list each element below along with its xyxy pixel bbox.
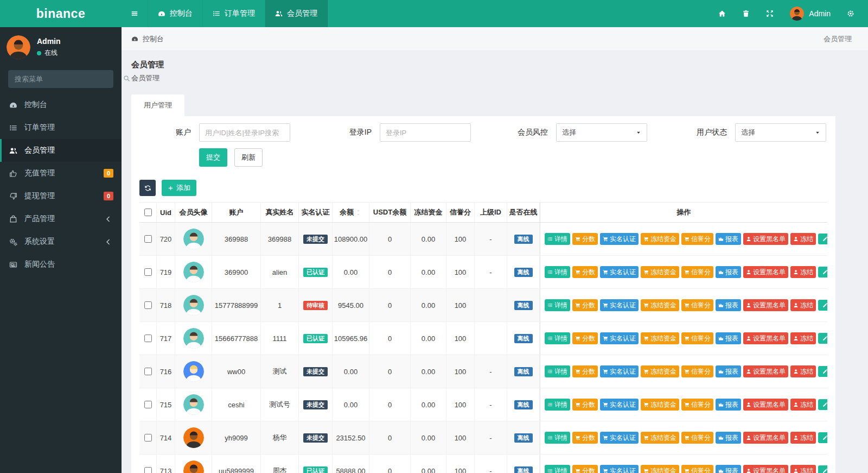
action-detail-button[interactable]: 详情 (545, 465, 570, 473)
row-checkbox[interactable] (144, 401, 152, 408)
action-report-button[interactable]: 报表 (716, 332, 741, 344)
action-blacklist-button[interactable]: 设置黑名单 (743, 332, 788, 344)
action-score-button[interactable]: 分数 (572, 432, 598, 444)
sidebar-toggle-button[interactable] (122, 0, 148, 27)
action-freeze-funds-button[interactable]: 冻结资金 (641, 465, 679, 473)
action-detail-button[interactable]: 详情 (545, 365, 570, 377)
action-credit-score-button[interactable]: 信誉分 (681, 432, 713, 444)
action-realname-auth-button[interactable]: 实名认证 (600, 332, 639, 344)
member-avatar[interactable] (183, 394, 204, 415)
action-realname-auth-button[interactable]: 实名认证 (600, 233, 639, 245)
user-menu[interactable]: Admin (782, 0, 839, 27)
action-report-button[interactable]: 报表 (716, 299, 741, 311)
action-realname-auth-button[interactable]: 实名认证 (600, 465, 639, 473)
risk-select[interactable]: 选择 (556, 123, 647, 142)
row-checkbox[interactable] (144, 368, 152, 375)
nav-tab-members[interactable]: 会员管理 (265, 0, 328, 27)
clear-cache-button[interactable] (734, 0, 758, 27)
sidebar-item-products[interactable]: 产品管理 (0, 207, 122, 230)
action-freeze-button[interactable]: 冻结 (790, 465, 816, 473)
row-checkbox[interactable] (144, 301, 152, 309)
action-score-button[interactable]: 分数 (572, 233, 598, 245)
action-blacklist-button[interactable]: 设置黑名单 (743, 465, 788, 473)
brand-logo[interactable]: binance (0, 0, 122, 27)
action-edit-button[interactable] (818, 432, 827, 443)
action-blacklist-button[interactable]: 设置黑名单 (743, 266, 788, 278)
select-all-checkbox[interactable] (144, 209, 152, 216)
action-freeze-button[interactable]: 冻结 (790, 365, 816, 377)
row-checkbox[interactable] (144, 434, 152, 442)
sidebar-item-withdraw[interactable]: 提现管理 0 (0, 185, 122, 207)
sidebar-item-orders[interactable]: 订单管理 (0, 116, 122, 139)
action-blacklist-button[interactable]: 设置黑名单 (743, 233, 788, 245)
action-credit-score-button[interactable]: 信誉分 (681, 299, 713, 311)
menu-search-button[interactable] (117, 70, 137, 88)
nav-tab-console[interactable]: 控制台 (148, 0, 203, 27)
action-edit-button[interactable] (818, 300, 827, 311)
action-freeze-button[interactable]: 冻结 (790, 299, 816, 311)
sidebar-item-settings[interactable]: 系统设置 (0, 230, 122, 253)
sidebar-item-members[interactable]: 会员管理 (0, 139, 122, 162)
action-freeze-button[interactable]: 冻结 (790, 399, 816, 411)
member-avatar[interactable] (183, 229, 204, 249)
action-freeze-funds-button[interactable]: 冻结资金 (641, 365, 679, 377)
action-blacklist-button[interactable]: 设置黑名单 (743, 365, 788, 377)
action-freeze-button[interactable]: 冻结 (790, 332, 816, 344)
action-realname-auth-button[interactable]: 实名认证 (600, 266, 639, 278)
home-button[interactable] (710, 0, 734, 27)
action-edit-button[interactable] (818, 399, 827, 410)
action-score-button[interactable]: 分数 (572, 266, 598, 278)
action-detail-button[interactable]: 详情 (545, 399, 570, 411)
login-ip-input[interactable] (380, 123, 471, 142)
action-blacklist-button[interactable]: 设置黑名单 (743, 399, 788, 411)
sidebar-item-recharge[interactable]: 充值管理 0 (0, 162, 122, 185)
row-checkbox[interactable] (144, 335, 152, 342)
submit-button[interactable]: 提交 (199, 148, 227, 167)
breadcrumb-console[interactable]: 控制台 (143, 34, 164, 44)
action-blacklist-button[interactable]: 设置黑名单 (743, 432, 788, 444)
action-realname-auth-button[interactable]: 实名认证 (600, 365, 639, 377)
reload-table-button[interactable] (139, 180, 156, 196)
nav-tab-orders[interactable]: 订单管理 (203, 0, 265, 27)
action-score-button[interactable]: 分数 (572, 465, 598, 473)
action-credit-score-button[interactable]: 信誉分 (681, 266, 713, 278)
action-report-button[interactable]: 报表 (716, 432, 741, 444)
member-avatar[interactable] (183, 427, 204, 448)
action-score-button[interactable]: 分数 (572, 399, 598, 411)
column-header-6[interactable]: 余额 (333, 203, 369, 222)
action-freeze-button[interactable]: 冻结 (790, 432, 816, 444)
sort-icon[interactable] (355, 209, 362, 216)
settings-button[interactable] (839, 0, 863, 27)
action-report-button[interactable]: 报表 (716, 233, 741, 245)
action-realname-auth-button[interactable]: 实名认证 (600, 399, 639, 411)
action-detail-button[interactable]: 详情 (545, 266, 570, 278)
member-avatar[interactable] (183, 295, 204, 316)
member-avatar[interactable] (183, 461, 204, 473)
action-freeze-funds-button[interactable]: 冻结资金 (641, 399, 679, 411)
menu-search-input[interactable] (8, 70, 117, 88)
action-freeze-funds-button[interactable]: 冻结资金 (641, 332, 679, 344)
fullscreen-button[interactable] (758, 0, 782, 27)
action-freeze-funds-button[interactable]: 冻结资金 (641, 432, 679, 444)
action-credit-score-button[interactable]: 信誉分 (681, 365, 713, 377)
action-credit-score-button[interactable]: 信誉分 (681, 399, 713, 411)
action-score-button[interactable]: 分数 (572, 365, 598, 377)
action-report-button[interactable]: 报表 (716, 365, 741, 377)
action-credit-score-button[interactable]: 信誉分 (681, 465, 713, 473)
action-detail-button[interactable]: 详情 (545, 233, 570, 245)
refresh-button[interactable]: 刷新 (234, 148, 263, 167)
tab-user-management[interactable]: 用户管理 (131, 94, 184, 116)
row-checkbox[interactable] (144, 268, 152, 276)
action-freeze-button[interactable]: 冻结 (790, 266, 816, 278)
member-avatar[interactable] (183, 328, 204, 349)
action-report-button[interactable]: 报表 (716, 399, 741, 411)
row-checkbox[interactable] (144, 235, 152, 243)
action-credit-score-button[interactable]: 信誉分 (681, 233, 713, 245)
action-freeze-funds-button[interactable]: 冻结资金 (641, 299, 679, 311)
action-report-button[interactable]: 报表 (716, 266, 741, 278)
account-search-input[interactable] (199, 123, 290, 142)
action-detail-button[interactable]: 详情 (545, 432, 570, 444)
action-realname-auth-button[interactable]: 实名认证 (600, 432, 639, 444)
action-blacklist-button[interactable]: 设置黑名单 (743, 299, 788, 311)
action-score-button[interactable]: 分数 (572, 332, 598, 344)
